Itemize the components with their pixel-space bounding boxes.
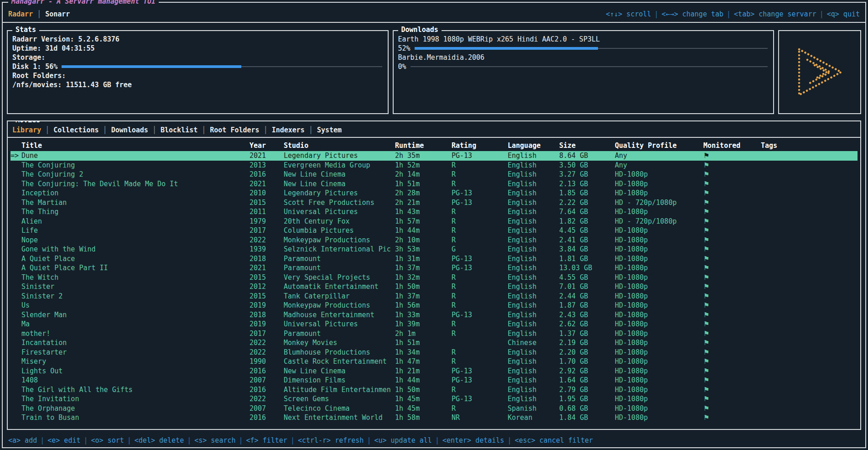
movie-row[interactable]: Ma2019Universal Pictures1h 39mREnglish2.… xyxy=(10,319,858,329)
movie-monitored-cell: ⚑ xyxy=(703,245,761,254)
movies-tab-system[interactable]: System xyxy=(317,126,342,134)
movie-title-cell: Misery xyxy=(21,357,249,366)
movies-tab-blocklist[interactable]: Blocklist xyxy=(161,126,198,134)
download-percent: 52% xyxy=(398,44,411,52)
downloads-panel: Downloads Earth 1998 1080p WEBRip x265 H… xyxy=(393,30,774,114)
selection-marker xyxy=(10,319,21,329)
movie-row[interactable]: 14082007Dimension Films1h 44mPG-13Englis… xyxy=(10,376,858,385)
selection-marker xyxy=(10,310,21,320)
movie-row[interactable]: Us2019Monkeypaw Productions1h 56mREnglis… xyxy=(10,301,858,310)
movie-rating-cell: R xyxy=(452,179,508,189)
help-separator: | xyxy=(40,436,44,445)
movie-monitored-cell: ⚑ xyxy=(703,319,761,329)
movie-size-cell: 2.41 GB xyxy=(559,235,615,245)
movie-size-cell: 3.84 GB xyxy=(559,245,615,254)
movie-tags-cell xyxy=(761,404,858,413)
movie-language-cell: English xyxy=(508,273,559,283)
movie-row[interactable]: A Quiet Place Part II2021Paramount1h 37m… xyxy=(10,263,858,273)
movie-row[interactable]: Sinister2012Automatik Entertainment1h 50… xyxy=(10,282,858,292)
movie-row[interactable]: The Martian2015Scott Free Productions2h … xyxy=(10,198,858,208)
movie-row[interactable]: Firestarter2022Blumhouse Productions1h 3… xyxy=(10,348,858,357)
movies-tab-root-folders[interactable]: Root Folders xyxy=(210,126,259,134)
movie-runtime-cell: 1h 57m xyxy=(395,217,452,226)
movie-studio-cell: Paramount xyxy=(284,263,395,273)
movie-tags-cell xyxy=(761,161,858,170)
movies-tab-indexers[interactable]: Indexers xyxy=(272,126,305,134)
movie-year-cell: 2015 xyxy=(249,273,284,283)
monitored-tag-icon: ⚑ xyxy=(703,330,709,338)
movie-quality-cell: HD-1080p xyxy=(615,357,703,366)
movie-row[interactable]: The Conjuring 22016New Line Cinema2h 14m… xyxy=(10,170,858,179)
movie-row[interactable]: A Quiet Place2018Paramount1h 31mPG-13Eng… xyxy=(10,254,858,264)
movie-row[interactable]: Misery1990Castle Rock Entertainment1h 47… xyxy=(10,357,858,366)
movie-runtime-cell: 2h 21m xyxy=(395,198,452,208)
movie-row[interactable]: The Thing2011Universal Pictures1h 43mREn… xyxy=(10,207,858,217)
movie-row[interactable]: The Conjuring: The Devil Made Me Do It20… xyxy=(10,179,858,189)
bottom-help-item: <f> filter xyxy=(246,436,287,445)
movie-tags-cell xyxy=(761,376,858,385)
movie-row[interactable]: Slender Man2018Madhouse Entertainment1h … xyxy=(10,310,858,320)
movie-size-cell: 2.62 GB xyxy=(559,319,615,329)
movie-row[interactable]: =>Dune2021Legendary Pictures2h 35mPG-13E… xyxy=(10,151,858,161)
help-separator: | xyxy=(239,436,243,445)
movie-studio-cell: Universal Pictures xyxy=(284,207,395,217)
movies-tab-downloads[interactable]: Downloads xyxy=(111,126,148,134)
movie-monitored-cell: ⚑ xyxy=(703,161,761,170)
movie-row[interactable]: Lights Out2016New Line Cinema1h 21mPG-13… xyxy=(10,366,858,376)
movie-title-cell: The Conjuring: The Devil Made Me Do It xyxy=(21,179,249,189)
movie-row[interactable]: Alien197920th Century Fox1h 57mREnglish1… xyxy=(10,217,858,226)
monitored-tag-icon: ⚑ xyxy=(703,292,709,300)
movie-row[interactable]: The Orphanage2007Telecinco Cinema1h 45mR… xyxy=(10,404,858,413)
movie-monitored-cell: ⚑ xyxy=(703,376,761,385)
movie-tags-cell xyxy=(761,151,858,161)
movie-tags-cell xyxy=(761,319,858,329)
movie-row[interactable]: Incantation2022Monkey Movies1h 51mChines… xyxy=(10,338,858,348)
monitored-tag-icon: ⚑ xyxy=(703,386,709,394)
movie-rating-cell: PG-13 xyxy=(452,366,508,376)
movie-row[interactable]: The Conjuring2013Evergreen Media Group1h… xyxy=(10,161,858,170)
movie-year-cell: 2007 xyxy=(249,376,284,385)
movie-quality-cell: HD-1080p xyxy=(615,245,703,254)
movies-tab-library[interactable]: Library xyxy=(12,126,41,134)
selection-marker xyxy=(10,188,21,198)
movie-row[interactable]: Inception2010Legendary Pictures2h 28mPG-… xyxy=(10,188,858,198)
monitored-tag-icon: ⚑ xyxy=(703,301,709,309)
movie-studio-cell: Tank Caterpillar xyxy=(284,292,395,301)
monitored-tag-icon: ⚑ xyxy=(703,320,709,328)
movie-row[interactable]: Gone with the Wind1939Selznick Internati… xyxy=(10,245,858,254)
help-separator: | xyxy=(187,436,191,445)
movie-year-cell: 2021 xyxy=(249,263,284,273)
movie-language-cell: English xyxy=(508,188,559,198)
movie-size-cell: 2.20 GB xyxy=(559,348,615,357)
selection-marker xyxy=(10,235,21,245)
movies-tab-collections[interactable]: Collections xyxy=(53,126,99,134)
movie-year-cell: 2016 xyxy=(249,366,284,376)
movie-size-cell: 3.27 GB xyxy=(559,170,615,179)
stats-panel-title: Stats xyxy=(12,26,39,34)
movie-row[interactable]: Train to Busan2016Next Entertainment Wor… xyxy=(10,413,858,423)
movie-size-cell: 2.22 GB xyxy=(559,198,615,208)
movie-row[interactable]: mother!2017Paramount2h 1mREnglish1.37 GB… xyxy=(10,329,858,339)
selection-marker xyxy=(10,413,21,423)
movie-row[interactable]: Nope2022Monkeypaw Productions2h 10mREngl… xyxy=(10,235,858,245)
movie-row[interactable]: Sinister 22015Tank Caterpillar1h 37mREng… xyxy=(10,292,858,301)
movie-tags-cell xyxy=(761,292,858,301)
movie-row[interactable]: The Witch2015Very Special Projects1h 32m… xyxy=(10,273,858,283)
uptime-value: 31d 04:31:55 xyxy=(45,44,94,52)
download-name: Barbie.Mermaidia.2006 xyxy=(398,53,768,62)
movie-year-cell: 2016 xyxy=(249,413,284,423)
movie-row[interactable]: The Invitation2022Screen Gems1h 45mPG-13… xyxy=(10,394,858,404)
monitored-tag-icon: ⚑ xyxy=(703,189,709,197)
movie-runtime-cell: 1h 51m xyxy=(395,338,452,348)
movie-rating-cell: R xyxy=(452,207,508,217)
selection-marker xyxy=(10,348,21,357)
servarr-tab-sonarr[interactable]: Sonarr xyxy=(45,10,70,18)
movie-rating-cell: R xyxy=(452,235,508,245)
movie-year-cell: 2017 xyxy=(249,226,284,235)
movie-row[interactable]: The Girl with All the Gifts2016Altitude … xyxy=(10,385,858,395)
movie-row[interactable]: Life2017Columbia Pictures1h 44mREnglish4… xyxy=(10,226,858,235)
movie-monitored-cell: ⚑ xyxy=(703,254,761,264)
movie-year-cell: 2016 xyxy=(249,170,284,179)
servarr-tab-radarr[interactable]: Radarr xyxy=(8,10,33,18)
movie-title-cell: The Invitation xyxy=(21,394,249,404)
